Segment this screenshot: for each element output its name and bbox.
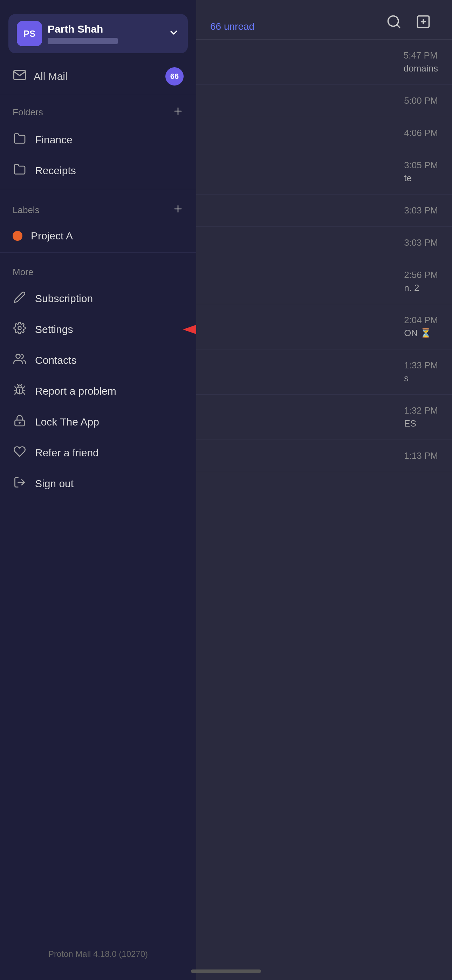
nav-lock-app[interactable]: Lock The App: [0, 407, 196, 438]
svg-point-9: [18, 327, 21, 330]
contacts-label: Contacts: [35, 354, 76, 366]
nav-settings[interactable]: Settings: [0, 314, 196, 345]
search-icon[interactable]: [386, 14, 401, 33]
nav-report-problem[interactable]: Report a problem: [0, 376, 196, 407]
email-item-10: 1:32 PM ES: [196, 395, 452, 440]
folders-title: Folders: [13, 107, 43, 118]
all-mail-row[interactable]: All Mail 66: [0, 59, 196, 94]
all-mail-badge: 66: [166, 67, 184, 86]
settings-label: Settings: [35, 323, 73, 336]
folder-receipts[interactable]: Receipts: [0, 155, 196, 186]
all-mail-label: All Mail: [33, 70, 158, 83]
bottom-indicator: [191, 969, 261, 973]
nav-sign-out[interactable]: Sign out: [0, 468, 196, 499]
signout-icon: [13, 476, 27, 492]
email-item-11: 1:13 PM: [196, 440, 452, 472]
email-list-background: 66 unread 5:47 PM domains 5:00 PM 4:06 P…: [196, 0, 452, 980]
compose-icon[interactable]: [415, 14, 431, 33]
subscription-label: Subscription: [35, 293, 93, 305]
subscription-icon: [13, 291, 27, 306]
add-label-button[interactable]: [172, 203, 184, 216]
email-item-4: 3:05 PM te: [196, 149, 452, 194]
bug-icon: [13, 383, 27, 399]
nav-refer-friend[interactable]: Refer a friend: [0, 438, 196, 468]
email-item-5: 3:03 PM: [196, 194, 452, 227]
folder-icon-receipts: [13, 163, 27, 178]
header-icons: [386, 14, 431, 33]
avatar: PS: [17, 21, 42, 46]
settings-arrow-annotation: [182, 319, 196, 340]
refer-friend-label: Refer a friend: [35, 447, 99, 459]
settings-icon: [13, 322, 27, 337]
svg-line-1: [397, 25, 400, 28]
svg-point-12: [16, 354, 20, 359]
nav-contacts[interactable]: Contacts: [0, 345, 196, 376]
divider-folders: [0, 189, 196, 189]
svg-point-14: [19, 422, 20, 423]
account-header[interactable]: PS Parth Shah: [8, 14, 188, 53]
more-section-header: More: [0, 256, 196, 283]
version-text: Proton Mail 4.18.0 (10270): [0, 935, 196, 980]
email-item-2: 5:00 PM: [196, 85, 452, 117]
label-project-a[interactable]: Project A: [0, 222, 196, 250]
email-item-9: 1:33 PM s: [196, 350, 452, 395]
chevron-down-icon: [168, 27, 180, 41]
folder-finance[interactable]: Finance: [0, 124, 196, 155]
arrow-svg: [182, 319, 196, 340]
folder-finance-label: Finance: [35, 134, 73, 146]
more-title: More: [13, 267, 33, 278]
email-list: 5:47 PM domains 5:00 PM 4:06 PM 3:05 PM …: [196, 40, 452, 472]
account-name: Parth Shah: [48, 23, 162, 35]
email-item-1: 5:47 PM domains: [196, 40, 452, 85]
email-item-6: 3:03 PM: [196, 227, 452, 259]
all-mail-icon: [13, 68, 27, 85]
sign-out-label: Sign out: [35, 478, 73, 490]
email-item-8: 2:04 PM ON ⏳: [196, 304, 452, 350]
lock-icon: [13, 414, 27, 430]
add-folder-button[interactable]: [172, 105, 184, 119]
folder-receipts-label: Receipts: [35, 165, 76, 177]
settings-row-container: Settings: [0, 314, 196, 345]
label-color-dot: [13, 231, 22, 241]
contacts-icon: [13, 353, 27, 368]
labels-title: Labels: [13, 205, 40, 216]
email-item-3: 4:06 PM: [196, 117, 452, 149]
sidebar: PS Parth Shah All Mail 66 Folders: [0, 0, 196, 980]
account-email-blur: [48, 38, 118, 44]
heart-icon: [13, 445, 27, 461]
report-problem-label: Report a problem: [35, 385, 116, 397]
account-info: Parth Shah: [48, 23, 162, 44]
divider-labels: [0, 252, 196, 253]
lock-app-label: Lock The App: [35, 416, 99, 428]
email-item-7: 2:56 PM n. 2: [196, 259, 452, 304]
labels-section-header: Labels: [0, 192, 196, 222]
folders-section-header: Folders: [0, 94, 196, 124]
folder-icon: [13, 132, 27, 148]
nav-subscription[interactable]: Subscription: [0, 283, 196, 314]
label-project-a-label: Project A: [31, 230, 73, 242]
